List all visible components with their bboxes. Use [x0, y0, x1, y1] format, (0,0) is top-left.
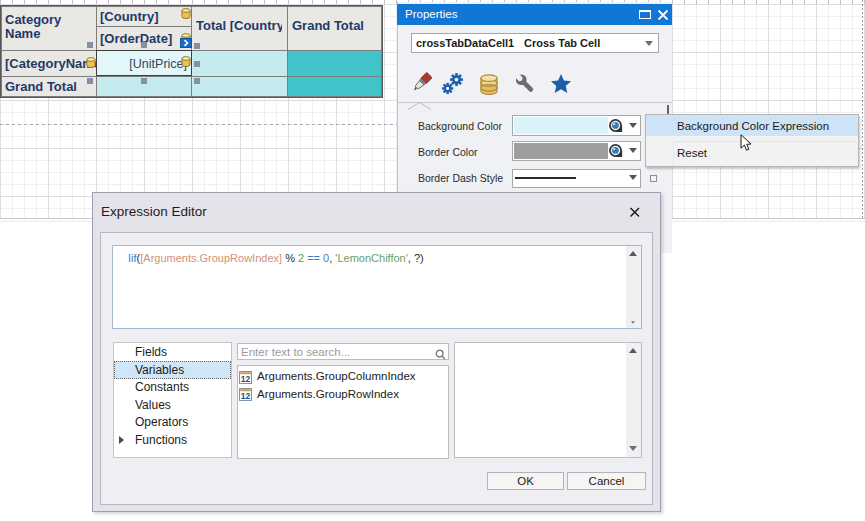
svg-text:12: 12 — [241, 374, 251, 384]
svg-text:12: 12 — [241, 391, 251, 401]
